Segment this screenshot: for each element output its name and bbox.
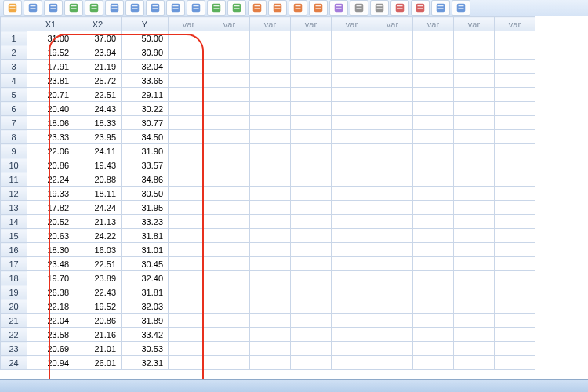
empty-cell[interactable] bbox=[413, 328, 454, 342]
row-header[interactable]: 6 bbox=[1, 102, 27, 116]
column-header-empty[interactable]: var bbox=[372, 17, 413, 31]
data-cell[interactable]: 20.88 bbox=[74, 172, 122, 187]
empty-cell[interactable] bbox=[372, 172, 413, 187]
empty-cell[interactable] bbox=[169, 144, 209, 158]
row-header[interactable]: 21 bbox=[1, 314, 27, 328]
empty-cell[interactable] bbox=[495, 257, 535, 271]
column-header-empty[interactable]: var bbox=[495, 17, 535, 31]
empty-cell[interactable] bbox=[250, 328, 291, 342]
data-cell[interactable]: 21.13 bbox=[74, 215, 122, 229]
data-cell[interactable]: 31.95 bbox=[122, 201, 169, 215]
data-cell[interactable]: 32.40 bbox=[122, 271, 169, 285]
empty-cell[interactable] bbox=[372, 299, 413, 314]
empty-cell[interactable] bbox=[454, 201, 495, 215]
data-cell[interactable]: 18.30 bbox=[27, 243, 74, 257]
empty-cell[interactable] bbox=[495, 187, 535, 201]
empty-cell[interactable] bbox=[454, 74, 495, 88]
empty-cell[interactable] bbox=[291, 45, 332, 60]
empty-cell[interactable] bbox=[372, 356, 413, 370]
save-icon[interactable] bbox=[24, 0, 42, 16]
empty-cell[interactable] bbox=[413, 172, 454, 187]
row-header[interactable]: 5 bbox=[1, 88, 27, 102]
data-cell[interactable]: 34.50 bbox=[122, 130, 169, 144]
empty-cell[interactable] bbox=[413, 74, 454, 88]
data-cell[interactable]: 20.69 bbox=[27, 342, 74, 356]
empty-cell[interactable] bbox=[250, 201, 291, 215]
data-cell[interactable]: 30.50 bbox=[122, 187, 169, 201]
data-cell[interactable]: 18.06 bbox=[27, 116, 74, 130]
empty-cell[interactable] bbox=[413, 187, 454, 201]
data-cell[interactable]: 24.43 bbox=[74, 102, 122, 116]
row-header[interactable]: 24 bbox=[1, 356, 27, 370]
empty-cell[interactable] bbox=[495, 102, 535, 116]
empty-cell[interactable] bbox=[332, 130, 372, 144]
empty-cell[interactable] bbox=[495, 31, 535, 45]
empty-cell[interactable] bbox=[209, 342, 250, 356]
empty-cell[interactable] bbox=[372, 215, 413, 229]
empty-cell[interactable] bbox=[291, 328, 332, 342]
empty-cell[interactable] bbox=[454, 60, 495, 74]
empty-cell[interactable] bbox=[250, 285, 291, 299]
empty-cell[interactable] bbox=[169, 314, 209, 328]
empty-cell[interactable] bbox=[332, 102, 372, 116]
data-icon[interactable] bbox=[85, 0, 103, 16]
empty-cell[interactable] bbox=[372, 158, 413, 172]
empty-cell[interactable] bbox=[209, 144, 250, 158]
empty-cell[interactable] bbox=[291, 31, 332, 45]
empty-cell[interactable] bbox=[495, 215, 535, 229]
empty-cell[interactable] bbox=[372, 201, 413, 215]
empty-cell[interactable] bbox=[250, 158, 291, 172]
data-cell[interactable]: 22.24 bbox=[27, 172, 74, 187]
empty-cell[interactable] bbox=[250, 144, 291, 158]
empty-cell[interactable] bbox=[169, 328, 209, 342]
row-header[interactable]: 22 bbox=[1, 328, 27, 342]
empty-cell[interactable] bbox=[454, 158, 495, 172]
empty-cell[interactable] bbox=[332, 215, 372, 229]
empty-cell[interactable] bbox=[495, 328, 535, 342]
empty-cell[interactable] bbox=[250, 45, 291, 60]
empty-cell[interactable] bbox=[332, 271, 372, 285]
data-cell[interactable]: 23.33 bbox=[27, 130, 74, 144]
row-header[interactable]: 9 bbox=[1, 144, 27, 158]
data-cell[interactable]: 17.91 bbox=[27, 60, 74, 74]
gear-icon[interactable] bbox=[350, 0, 368, 16]
calendar-icon[interactable] bbox=[390, 0, 409, 16]
empty-cell[interactable] bbox=[209, 257, 250, 271]
row-header[interactable]: 20 bbox=[1, 299, 27, 314]
empty-cell[interactable] bbox=[372, 102, 413, 116]
empty-cell[interactable] bbox=[332, 74, 372, 88]
column-header[interactable]: Y bbox=[122, 17, 169, 31]
empty-cell[interactable] bbox=[291, 243, 332, 257]
empty-cell[interactable] bbox=[413, 314, 454, 328]
empty-cell[interactable] bbox=[454, 299, 495, 314]
empty-cell[interactable] bbox=[291, 187, 332, 201]
data-cell[interactable]: 26.38 bbox=[27, 285, 74, 299]
empty-cell[interactable] bbox=[454, 229, 495, 243]
empty-cell[interactable] bbox=[372, 229, 413, 243]
row-header[interactable]: 1 bbox=[1, 31, 27, 45]
pause-icon[interactable] bbox=[227, 0, 246, 16]
row-header[interactable]: 7 bbox=[1, 116, 27, 130]
empty-cell[interactable] bbox=[250, 116, 291, 130]
empty-cell[interactable] bbox=[372, 116, 413, 130]
data-cell[interactable]: 33.65 bbox=[122, 74, 169, 88]
empty-cell[interactable] bbox=[413, 201, 454, 215]
table-icon[interactable] bbox=[125, 0, 144, 16]
empty-cell[interactable] bbox=[209, 215, 250, 229]
column-header-empty[interactable]: var bbox=[413, 17, 454, 31]
empty-cell[interactable] bbox=[209, 60, 250, 74]
spreadsheet-viewport[interactable]: X1X2Yvarvarvarvarvarvarvarvarvar131.0037… bbox=[0, 16, 588, 392]
empty-cell[interactable] bbox=[291, 88, 332, 102]
data-cell[interactable]: 17.82 bbox=[27, 201, 74, 215]
empty-cell[interactable] bbox=[209, 285, 250, 299]
data-cell[interactable]: 30.45 bbox=[122, 257, 169, 271]
empty-cell[interactable] bbox=[291, 102, 332, 116]
empty-cell[interactable] bbox=[291, 342, 332, 356]
empty-cell[interactable] bbox=[372, 328, 413, 342]
chart-icon[interactable] bbox=[268, 0, 287, 16]
empty-cell[interactable] bbox=[495, 356, 535, 370]
chart-icon[interactable] bbox=[289, 0, 307, 16]
data-cell[interactable]: 24.24 bbox=[74, 201, 122, 215]
empty-cell[interactable] bbox=[209, 158, 250, 172]
data-cell[interactable]: 18.11 bbox=[74, 187, 122, 201]
